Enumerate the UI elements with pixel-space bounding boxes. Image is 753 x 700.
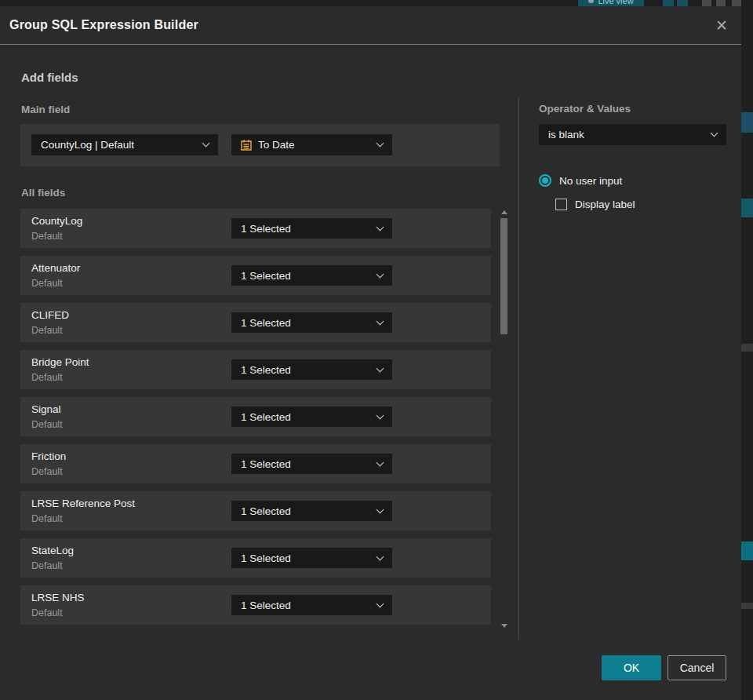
field-row: StateLog Default 1 Selected [20, 538, 491, 578]
field-selection-value: 1 Selected [241, 317, 291, 329]
close-icon[interactable]: ✕ [712, 16, 731, 35]
field-selection-value: 1 Selected [241, 505, 291, 517]
field-selection-dropdown[interactable]: 1 Selected [231, 407, 392, 427]
field-selection-value: 1 Selected [241, 411, 291, 423]
field-row: Attenuator Default 1 Selected [20, 256, 491, 295]
field-name: StateLog [31, 545, 74, 556]
dialog-title: Group SQL Expression Builder [9, 18, 198, 32]
ok-button[interactable]: OK [602, 655, 661, 680]
field-name: CLIFED [31, 309, 69, 321]
live-view-button[interactable]: Live view [578, 0, 644, 6]
field-name: Friction [31, 450, 66, 462]
no-user-input-label: No user input [559, 175, 622, 187]
scroll-up-icon[interactable] [501, 210, 507, 214]
chevron-down-icon [376, 600, 384, 608]
all-fields-list: CountyLog Default 1 Selected Attenuator … [20, 209, 491, 625]
field-selection-value: 1 Selected [241, 458, 291, 470]
background-fragment [741, 199, 753, 217]
field-subtitle: Default [31, 372, 63, 383]
field-name: LRSE Reference Post [31, 498, 135, 509]
chevron-down-icon [376, 412, 384, 420]
chevron-down-icon [202, 140, 210, 148]
cancel-button[interactable]: Cancel [668, 655, 726, 680]
background-toolbar-icon [716, 0, 726, 6]
add-fields-heading: Add fields [21, 71, 78, 84]
chevron-down-icon [376, 553, 384, 561]
display-label-label: Display label [575, 199, 635, 210]
background-fragment [741, 541, 753, 560]
background-toolbar-icon [702, 0, 711, 6]
checkbox-unchecked-icon[interactable] [555, 199, 567, 210]
main-field-label: Main field [21, 104, 70, 115]
chevron-down-icon [376, 365, 384, 373]
display-label-checkbox-row[interactable]: Display label [555, 199, 635, 210]
field-row: Friction Default 1 Selected [20, 444, 491, 483]
field-selection-value: 1 Selected [241, 270, 291, 282]
live-view-label: Live view [598, 0, 633, 5]
field-name: Bridge Point [31, 356, 89, 368]
field-subtitle: Default [31, 419, 63, 430]
operator-values-label: Operator & Values [539, 103, 631, 115]
dialog-header: Group SQL Expression Builder ✕ [0, 6, 741, 45]
panel-divider [518, 98, 519, 640]
field-selection-dropdown[interactable]: 1 Selected [231, 359, 392, 380]
list-scrollbar[interactable] [500, 209, 509, 628]
field-row: CLIFED Default 1 Selected [20, 303, 491, 342]
operator-dropdown[interactable]: is blank [539, 124, 726, 145]
group-sql-expression-builder-dialog: Group SQL Expression Builder ✕ Add field… [0, 6, 741, 700]
field-row: CountyLog Default 1 Selected [20, 209, 491, 248]
field-row: LRSE Reference Post Default 1 Selected [20, 491, 491, 530]
no-user-input-radio[interactable]: No user input [539, 174, 622, 187]
field-selection-dropdown[interactable]: 1 Selected [231, 548, 392, 568]
field-subtitle: Default [31, 278, 63, 289]
main-field-panel: CountyLog | Default To Date [20, 124, 500, 166]
field-selection-dropdown[interactable]: 1 Selected [231, 595, 392, 615]
field-selection-dropdown[interactable]: 1 Selected [231, 218, 392, 239]
screen: Live view Group SQL Expression Builder ✕… [0, 0, 753, 700]
field-selection-dropdown[interactable]: 1 Selected [231, 265, 392, 286]
field-row: Signal Default 1 Selected [20, 397, 491, 436]
background-toolbar-icon [732, 0, 741, 6]
all-fields-label: All fields [21, 187, 65, 199]
chevron-down-icon [376, 459, 384, 467]
background-app-right-strip [741, 6, 753, 700]
calendar-icon [240, 139, 253, 151]
chevron-down-icon [376, 271, 384, 279]
operator-value: is blank [548, 129, 584, 140]
main-field-dropdown-value: CountyLog | Default [41, 139, 134, 151]
background-fragment [741, 344, 753, 352]
field-row: LRSE NHS Default 1 Selected [20, 585, 491, 625]
field-selection-value: 1 Selected [241, 223, 291, 235]
main-field-type-value: To Date [258, 139, 295, 151]
field-name: Attenuator [31, 262, 80, 274]
field-subtitle: Default [31, 513, 63, 524]
main-field-type-dropdown[interactable]: To Date [231, 134, 392, 155]
field-row: Bridge Point Default 1 Selected [20, 350, 491, 389]
field-name: Signal [31, 403, 61, 415]
chevron-down-icon [376, 506, 384, 514]
field-selection-value: 1 Selected [241, 364, 291, 376]
radio-selected-icon [539, 174, 551, 187]
field-name: CountyLog [31, 215, 82, 227]
chevron-down-icon [376, 224, 384, 232]
field-selection-dropdown[interactable]: 1 Selected [231, 312, 392, 333]
background-fragment [741, 603, 753, 609]
field-subtitle: Default [31, 231, 63, 242]
background-fragment [741, 112, 753, 133]
chevron-down-icon [376, 318, 384, 326]
background-toolbar-icon [663, 0, 674, 6]
background-app-top-strip: Live view [0, 0, 753, 6]
field-subtitle: Default [31, 466, 63, 477]
field-selection-dropdown[interactable]: 1 Selected [231, 454, 392, 474]
field-selection-value: 1 Selected [241, 600, 291, 611]
chevron-down-icon [376, 140, 384, 148]
main-field-dropdown[interactable]: CountyLog | Default [31, 134, 218, 155]
field-subtitle: Default [31, 325, 63, 336]
field-name: LRSE NHS [31, 592, 85, 603]
field-selection-dropdown[interactable]: 1 Selected [231, 501, 392, 521]
field-selection-value: 1 Selected [241, 552, 291, 564]
scroll-down-icon[interactable] [501, 624, 507, 628]
field-subtitle: Default [31, 607, 63, 618]
background-toolbar-icon [677, 0, 688, 6]
scrollbar-thumb[interactable] [500, 218, 507, 334]
